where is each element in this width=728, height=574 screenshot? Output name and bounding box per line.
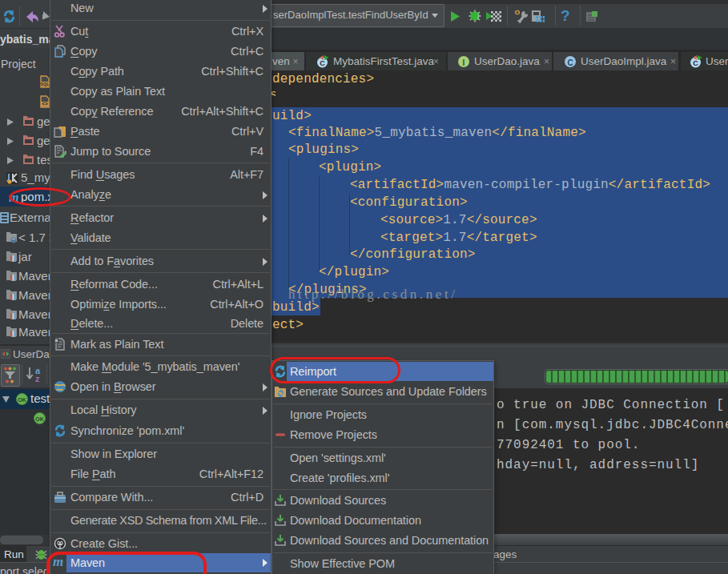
svg-text:OK: OK (18, 397, 26, 403)
svg-text:C: C (693, 59, 698, 67)
svg-text:SQL: SQL (40, 82, 50, 86)
svg-text:<>: <> (42, 101, 48, 106)
svg-text:I: I (463, 58, 465, 67)
svg-text:C: C (567, 58, 573, 67)
svg-text:C: C (320, 59, 325, 67)
svg-text:OK: OK (35, 416, 44, 422)
svg-text:z: z (35, 374, 40, 383)
